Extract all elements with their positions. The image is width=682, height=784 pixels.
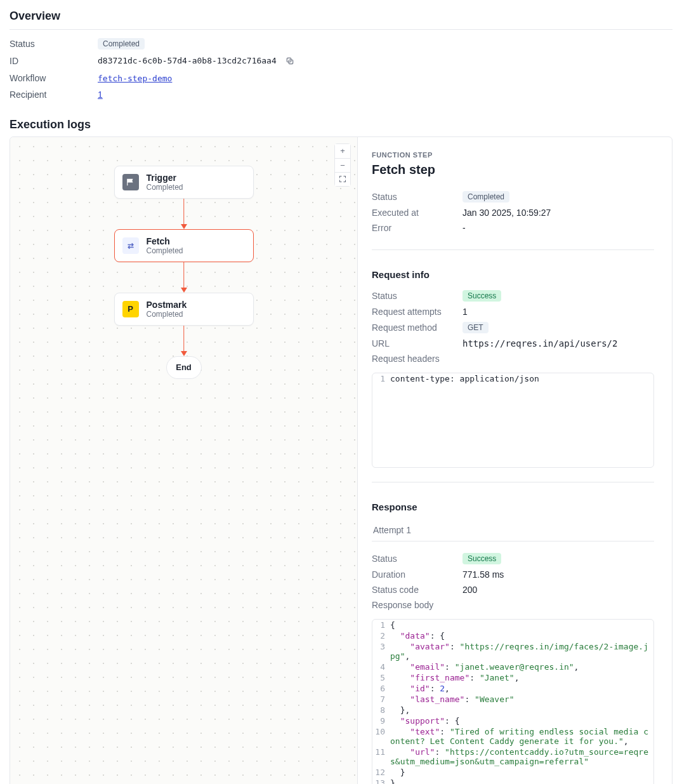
flow-connector: [183, 262, 185, 293]
request-headers-codebox[interactable]: 1content-type: application/json: [372, 373, 654, 468]
detail-label: Response body: [372, 600, 462, 610]
detail-label: Executed at: [372, 208, 462, 218]
overview-label-recipient: Recipient: [10, 90, 98, 100]
response-body-codebox[interactable]: 1{2 "data": {3 "avatar": "https://reqres…: [372, 619, 654, 785]
status-badge: Success: [462, 290, 501, 302]
overview-id-value: d83721dc-6c0b-57d4-a0b8-13cd2c716aa4: [98, 56, 277, 65]
detail-label: Status code: [372, 585, 462, 595]
method-badge: GET: [462, 322, 489, 333]
overview-label-status: Status: [10, 39, 98, 49]
overview-heading: Overview: [10, 10, 672, 30]
node-title: Postmark: [147, 300, 187, 310]
request-url-value: https://reqres.in/api/users/2: [462, 338, 617, 349]
flow-node-trigger[interactable]: Trigger Completed: [114, 166, 254, 199]
flow-connector: [183, 326, 185, 356]
overview-label-workflow: Workflow: [10, 73, 98, 83]
workflow-link[interactable]: fetch-step-demo: [98, 74, 172, 83]
detail-label: Status: [372, 192, 462, 202]
status-badge: Success: [462, 553, 501, 564]
flow-node-fetch[interactable]: ⇄ Fetch Completed: [114, 229, 254, 262]
detail-label: Status: [372, 554, 462, 564]
request-info-heading: Request info: [372, 269, 654, 280]
node-subtitle: Completed: [147, 183, 183, 192]
transfer-icon: ⇄: [122, 237, 139, 254]
error-value: -: [462, 223, 466, 233]
request-attempts-value: 1: [462, 307, 468, 317]
code-content: content-type: application/json: [390, 373, 653, 384]
flow-node-end[interactable]: End: [166, 356, 202, 379]
flow-canvas[interactable]: + − Trigger Completed ⇄: [10, 137, 358, 785]
detail-label: Request method: [372, 322, 462, 333]
flag-icon: [122, 174, 139, 190]
overview-row-workflow: Workflow fetch-step-demo: [10, 70, 672, 86]
flow-node-postmark[interactable]: P Postmark Completed: [114, 293, 254, 326]
execution-container: + − Trigger Completed ⇄: [10, 136, 672, 785]
status-badge: Completed: [462, 191, 509, 203]
detail-label: Status: [372, 291, 462, 301]
recipient-link[interactable]: 1: [98, 90, 103, 100]
detail-label: Request attempts: [372, 307, 462, 317]
status-badge: Completed: [98, 38, 145, 50]
response-status-code-value: 200: [462, 585, 477, 595]
overview-row-id: ID d83721dc-6c0b-57d4-a0b8-13cd2c716aa4: [10, 53, 672, 70]
overview-row-status: Status Completed: [10, 35, 672, 53]
step-title: Fetch step: [372, 163, 654, 177]
overview-row-recipient: Recipient 1: [10, 86, 672, 103]
node-title: Fetch: [147, 236, 183, 246]
overview-label-id: ID: [10, 56, 98, 66]
detail-label: Request headers: [372, 354, 462, 364]
postmark-icon: P: [122, 301, 139, 317]
response-duration-value: 771.58 ms: [462, 569, 504, 580]
detail-label: Error: [372, 223, 462, 233]
node-subtitle: Completed: [147, 246, 183, 255]
executed-at-value: Jan 30 2025, 10:59:27: [462, 208, 551, 218]
detail-label: URL: [372, 338, 462, 349]
detail-label: Duration: [372, 569, 462, 580]
details-pane: FUNCTION STEP Fetch step Status Complete…: [358, 137, 672, 785]
node-title: Trigger: [147, 173, 183, 183]
response-heading: Response: [372, 502, 654, 512]
execution-heading: Execution logs: [10, 118, 672, 131]
copy-icon[interactable]: [285, 56, 296, 67]
node-subtitle: Completed: [147, 310, 187, 319]
flow-connector: [183, 199, 185, 229]
attempt-tab[interactable]: Attempt 1: [372, 520, 412, 541]
step-type-eyebrow: FUNCTION STEP: [372, 151, 654, 159]
